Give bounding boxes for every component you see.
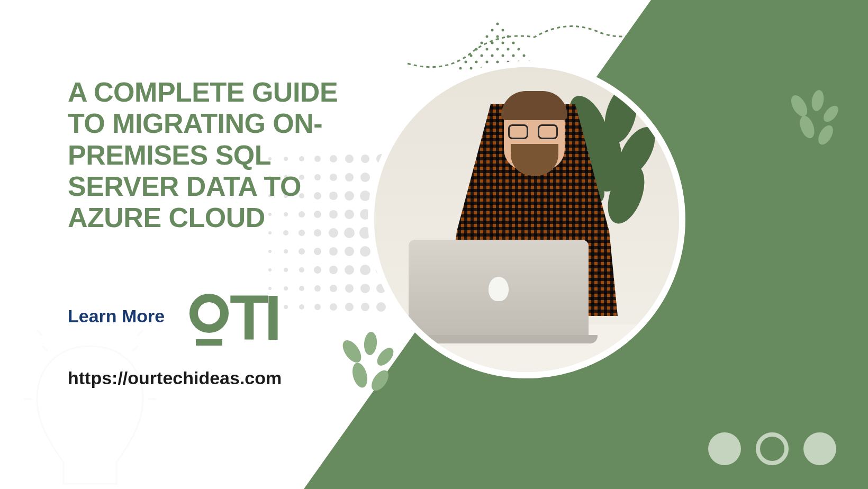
laptop [409, 240, 589, 351]
dot-3 [803, 432, 836, 465]
svg-point-95 [314, 285, 321, 292]
person-glasses [508, 124, 561, 140]
apple-logo-icon [489, 277, 509, 301]
svg-point-118 [815, 123, 836, 147]
svg-point-8 [502, 42, 504, 44]
svg-point-107 [376, 302, 386, 312]
svg-point-101 [284, 305, 288, 309]
svg-point-9 [512, 42, 515, 44]
svg-point-76 [268, 250, 272, 253]
svg-point-103 [314, 304, 321, 310]
svg-point-21 [465, 61, 467, 64]
svg-point-5 [507, 35, 510, 38]
svg-point-22 [475, 61, 478, 64]
oti-logo: TI [189, 278, 278, 346]
dot-1 [708, 432, 741, 465]
svg-point-10 [475, 48, 478, 51]
leaf-sprig-top-right [789, 90, 842, 153]
svg-point-80 [329, 247, 338, 256]
svg-point-114 [789, 93, 810, 119]
svg-point-4 [496, 35, 499, 38]
svg-point-29 [470, 67, 473, 70]
lightbulb-outline-decoration [16, 320, 164, 489]
svg-point-85 [284, 268, 288, 272]
svg-point-11 [486, 48, 489, 51]
svg-point-97 [345, 284, 354, 293]
svg-point-104 [330, 303, 337, 311]
hero-photo [368, 61, 685, 378]
svg-point-94 [299, 286, 304, 291]
svg-point-106 [361, 303, 369, 311]
svg-point-20 [523, 55, 526, 57]
dot-2 [756, 432, 789, 465]
svg-point-28 [459, 67, 462, 70]
svg-point-105 [345, 303, 354, 311]
logo-ti-letters: TI [230, 291, 278, 345]
svg-point-116 [821, 103, 841, 124]
svg-point-18 [502, 55, 504, 57]
svg-point-6 [481, 42, 483, 44]
svg-point-123 [368, 367, 392, 394]
svg-point-3 [486, 35, 489, 38]
svg-point-87 [314, 266, 321, 274]
svg-point-115 [810, 90, 826, 112]
person-hair [501, 91, 567, 120]
pagination-dots [708, 432, 836, 465]
svg-point-88 [329, 266, 338, 274]
learn-more-link[interactable]: Learn More [68, 306, 165, 327]
svg-point-122 [350, 361, 370, 389]
svg-point-81 [345, 247, 354, 256]
svg-point-90 [360, 265, 370, 275]
svg-point-78 [299, 248, 305, 255]
svg-point-7 [491, 42, 494, 44]
svg-point-117 [797, 114, 817, 140]
svg-point-14 [518, 48, 520, 51]
svg-point-77 [284, 249, 288, 253]
svg-point-120 [363, 331, 378, 356]
svg-point-15 [470, 55, 473, 57]
svg-point-84 [268, 268, 272, 271]
svg-point-2 [502, 29, 504, 32]
svg-point-0 [496, 23, 499, 25]
main-title: A COMPLETE GUIDE TO MIGRATING ON-PREMISE… [68, 77, 377, 233]
svg-point-1 [491, 29, 494, 32]
svg-point-17 [491, 55, 494, 57]
svg-point-79 [314, 248, 321, 255]
website-url[interactable]: https://ourtechideas.com [68, 368, 282, 388]
svg-point-89 [345, 265, 354, 275]
logo-o-letter [189, 278, 229, 346]
svg-point-119 [339, 337, 365, 366]
svg-point-16 [481, 55, 483, 57]
svg-point-98 [360, 284, 370, 293]
svg-point-96 [330, 285, 337, 292]
svg-point-13 [507, 48, 510, 51]
svg-point-102 [299, 304, 304, 310]
svg-point-86 [299, 267, 304, 273]
svg-point-12 [496, 48, 499, 51]
svg-point-82 [360, 246, 370, 257]
svg-point-121 [374, 345, 397, 369]
svg-point-23 [486, 61, 489, 64]
leaf-sprig-bottom-left [339, 330, 397, 394]
svg-point-93 [284, 286, 288, 291]
svg-point-19 [512, 55, 515, 57]
